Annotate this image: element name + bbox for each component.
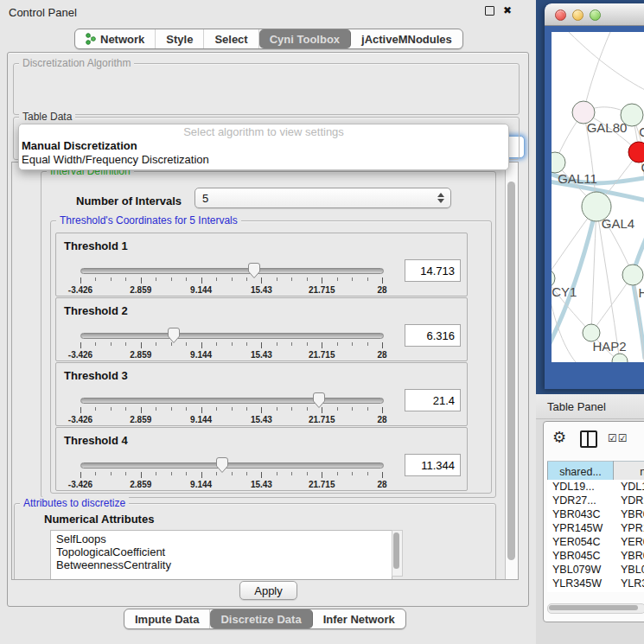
tab-discretize-data[interactable]: Discretize Data (210, 609, 312, 628)
settings-vertical-scrollbar[interactable] (505, 163, 518, 579)
select-columns-checkboxes-icon[interactable]: ☑☑ (608, 432, 628, 444)
tab-label: Network (100, 33, 144, 46)
cell-name[interactable]: YBR04 (615, 549, 644, 563)
threshold-slider[interactable]: -3.4262.8599.14415.4321.71528 (80, 298, 382, 360)
slider-track[interactable] (80, 398, 384, 404)
table-row[interactable]: YLR345WYLR34 (547, 577, 644, 590)
tick-label: 9.144 (190, 415, 212, 424)
threshold-slider[interactable]: -3.4262.8599.14415.4321.71528 (80, 428, 382, 490)
dropdown-placeholder-item[interactable]: Select algorithm to view settings (19, 124, 508, 139)
slider-thumb[interactable] (247, 262, 261, 279)
threshold-value-field[interactable] (405, 389, 461, 411)
thresholds-group-label: Threshold's Coordinates for 5 Intervals (56, 214, 241, 226)
tab-infer-network[interactable]: Infer Network (313, 609, 405, 628)
tab-jactivemnodules[interactable]: jActiveMNodules (351, 29, 462, 48)
table-row[interactable]: YDL19...YDL19 (547, 480, 644, 494)
tab-label: Style (166, 33, 193, 46)
tab-style[interactable]: Style (156, 29, 204, 48)
tab-cyni-toolbox[interactable]: Cyni Toolbox (259, 29, 351, 48)
num-intervals-combobox[interactable]: 5 (194, 188, 451, 208)
tab-select[interactable]: Select (204, 29, 258, 48)
dropdown-item-manual[interactable]: Manual Discretization (19, 139, 508, 153)
table-row[interactable]: YPR145WYPR14 (547, 521, 644, 535)
network-node-label: HAP2 (592, 339, 626, 354)
slider-thumb[interactable] (167, 327, 181, 344)
float-panel-icon[interactable] (485, 6, 494, 16)
network-icon (86, 33, 96, 45)
network-node[interactable] (622, 265, 643, 285)
tick-label: 15.43 (251, 415, 272, 424)
threshold-slider[interactable]: -3.4262.8599.14415.4321.71528 (80, 233, 382, 296)
attribute-list-item[interactable]: SelfLoops (56, 532, 392, 545)
cell-shared-name[interactable]: YBR043C (547, 507, 615, 521)
slider-ticks (80, 407, 382, 414)
cell-shared-name[interactable]: YDL19... (547, 480, 615, 494)
table-panel-header: Table Panel (536, 394, 644, 419)
network-edge[interactable] (583, 32, 610, 112)
attributes-scrollbar-thumb[interactable] (393, 532, 399, 569)
close-window-icon[interactable] (555, 10, 566, 21)
network-node[interactable] (552, 152, 565, 173)
cell-shared-name[interactable]: YER054C (547, 535, 615, 549)
cell-shared-name[interactable]: YBL079W (547, 563, 615, 577)
tab-label: Select (214, 33, 247, 46)
network-graph: GAL80GACGAL11GAL4GCY1HHAP2 (552, 32, 644, 362)
tab-network[interactable]: Network (75, 29, 156, 48)
threshold-value-field[interactable] (405, 259, 461, 282)
threshold-panel: Threshold 1 -3.4262.8599.14415.4321.7152… (55, 233, 468, 296)
attribute-list-item[interactable]: BetweennessCentrality (56, 558, 392, 571)
cell-name[interactable]: YDL19 (615, 480, 644, 494)
threshold-value-field[interactable] (405, 324, 461, 347)
minimize-window-icon[interactable] (572, 10, 583, 21)
dropdown-item-equal-width[interactable]: Equal Width/Frequency Discretization (19, 153, 508, 167)
num-intervals-label: Number of Intervals (76, 194, 182, 207)
cell-name[interactable]: YBL07 (615, 563, 644, 577)
threshold-slider[interactable]: -3.4262.8599.14415.4321.71528 (80, 363, 382, 425)
slider-thumb[interactable] (312, 392, 326, 409)
network-canvas[interactable]: GAL80GACGAL11GAL4GCY1HHAP2 (552, 32, 644, 362)
close-panel-icon[interactable]: ✖ (503, 6, 512, 16)
cell-shared-name[interactable]: YPR145W (547, 521, 615, 535)
slider-thumb[interactable] (215, 456, 229, 474)
cell-shared-name[interactable]: YBR045C (547, 549, 615, 563)
cell-name[interactable]: YPR14 (615, 521, 644, 535)
threshold-value-field[interactable] (405, 454, 461, 476)
table-row[interactable]: YIL053CYIL05 (547, 590, 644, 592)
table-row[interactable]: YBR045CYBR04 (547, 549, 644, 563)
network-node[interactable] (612, 354, 628, 362)
network-node-label: GAL80 (587, 120, 628, 135)
cell-name[interactable]: YLR34 (615, 577, 644, 590)
table-row[interactable]: YDR27...YDR27 (547, 494, 644, 507)
numerical-attributes-list[interactable]: SelfLoopsTopologicalCoefficientBetweenne… (50, 530, 392, 580)
cell-name[interactable]: YBR04 (615, 507, 644, 521)
table-horizontal-scrollbar[interactable] (547, 603, 644, 614)
attribute-list-item[interactable]: TopologicalCoefficient (56, 545, 392, 558)
cell-shared-name[interactable]: YDR27... (547, 494, 615, 507)
tab-impute-data[interactable]: Impute Data (124, 609, 210, 628)
settings-scrollbar-thumb[interactable] (507, 182, 515, 560)
tick-label: 2.859 (130, 480, 151, 489)
columns-icon[interactable] (580, 430, 597, 448)
tick-label: 21.715 (309, 415, 335, 424)
zoom-window-icon[interactable] (590, 10, 601, 21)
attributes-list-scrollbar[interactable] (392, 530, 403, 577)
table-row[interactable]: YBR043CYBR04 (547, 507, 644, 521)
slider-track[interactable] (80, 462, 384, 469)
tick-label: 28 (377, 285, 386, 295)
cell-name[interactable]: YER05 (615, 535, 644, 549)
table-row[interactable]: YBL079WYBL07 (547, 563, 644, 577)
gear-icon[interactable]: ⚙ (552, 429, 566, 446)
network-window-titlebar[interactable] (545, 3, 644, 26)
cell-shared-name[interactable]: YLR345W (547, 577, 615, 590)
table-row[interactable]: YER054CYER05 (547, 535, 644, 549)
slider-track[interactable] (80, 333, 384, 339)
cell-name[interactable]: YDR27 (615, 494, 644, 507)
slider-track[interactable] (80, 268, 384, 274)
apply-button[interactable]: Apply (239, 581, 297, 600)
cell-shared-name[interactable]: YIL053C (547, 590, 615, 592)
tick-label: 15.43 (251, 480, 272, 489)
cell-name[interactable]: YIL05 (615, 590, 644, 592)
screen: Control Panel ✖ NetworkStyleSelectCyni T… (0, 0, 644, 644)
table-hscrollbar-thumb[interactable] (549, 605, 638, 610)
network-node[interactable] (621, 104, 643, 126)
